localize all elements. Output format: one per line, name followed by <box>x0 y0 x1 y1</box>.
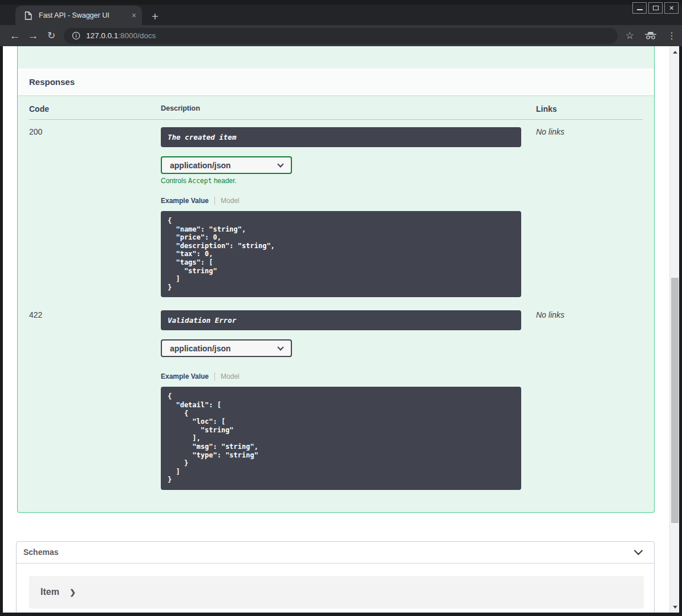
response-description-cell: The created item application/json Contro… <box>161 127 536 297</box>
tab-close-icon[interactable]: × <box>132 11 136 20</box>
scroll-down-icon <box>673 606 677 609</box>
chevron-down-icon[interactable] <box>634 546 643 556</box>
close-button[interactable]: ✕ <box>664 2 679 14</box>
opblock-spacer <box>18 501 654 512</box>
url-text: 127.0.0.1:8000/docs <box>86 31 156 40</box>
accept-note-prefix: Controls <box>161 177 188 185</box>
scroll-up-button[interactable] <box>670 47 679 56</box>
minimize-button[interactable] <box>632 2 647 14</box>
example-json-block-200: { "name": "string", "price": 0, "descrip… <box>161 211 521 297</box>
schemas-header[interactable]: Schemas <box>17 542 654 564</box>
example-model-tabs: Example Value Model <box>161 372 536 380</box>
incognito-icon <box>644 31 657 40</box>
row-gap <box>29 297 643 303</box>
new-tab-button[interactable]: + <box>148 10 162 23</box>
links-value: No links <box>536 127 643 297</box>
maximize-icon <box>653 6 659 10</box>
url-path: :8000/docs <box>118 31 156 40</box>
accept-header-note: Controls Accept header. <box>161 177 536 185</box>
tab-divider <box>214 197 215 205</box>
address-bar[interactable]: 127.0.0.1:8000/docs <box>64 28 618 44</box>
browser-titlebar: Fast API - Swagger UI × + ✕ <box>0 0 682 25</box>
opblock-post: Responses Code Description Links 200 The… <box>17 46 655 513</box>
scroll-up-icon <box>673 51 677 54</box>
response-description-box: Validation Error <box>161 310 521 330</box>
toolbar-right-icons: ☆ ⋮ <box>626 30 676 42</box>
media-type-value: application/json <box>170 344 231 353</box>
media-type-select-200[interactable]: application/json <box>161 156 292 174</box>
schemas-title: Schemas <box>23 548 58 557</box>
bookmark-star-icon[interactable]: ☆ <box>626 30 634 42</box>
column-header-code: Code <box>29 104 161 114</box>
responses-section-header: Responses <box>18 68 654 95</box>
schema-name: Item <box>40 587 59 597</box>
response-description-text: The created item <box>168 133 236 141</box>
response-description-cell: Validation Error application/json Exampl… <box>161 310 536 490</box>
tab-model[interactable]: Model <box>221 372 239 380</box>
accept-note-code: Accept <box>188 177 212 185</box>
browser-toolbar: ← → ↻ 127.0.0.1:8000/docs ☆ ⋮ <box>0 25 682 46</box>
chevron-down-icon <box>277 161 283 167</box>
example-model-tabs: Example Value Model <box>161 197 536 205</box>
page-viewport: Responses Code Description Links 200 The… <box>3 46 679 613</box>
schemas-body: Item ❯ ValidationError ❯ <box>17 564 654 613</box>
example-json-200: { "name": "string", "price": 0, "descrip… <box>168 217 514 291</box>
response-code: 422 <box>29 310 161 490</box>
column-header-description: Description <box>161 104 536 114</box>
chevron-down-icon <box>277 344 283 350</box>
tab-model[interactable]: Model <box>221 197 239 205</box>
tab-divider <box>214 372 215 380</box>
response-row-200: 200 The created item application/json Co… <box>29 120 643 297</box>
maximize-button[interactable] <box>648 2 663 14</box>
scrollbar-thumb[interactable] <box>671 278 679 523</box>
media-type-value: application/json <box>170 161 231 170</box>
page-icon <box>25 11 32 20</box>
schemas-section: Schemas Item ❯ ValidationError ❯ <box>16 541 655 613</box>
minimize-icon <box>637 9 643 10</box>
responses-table-header: Code Description Links <box>29 104 643 120</box>
vertical-scrollbar[interactable] <box>669 46 679 613</box>
tab-example-value[interactable]: Example Value <box>161 372 209 380</box>
response-description-box: The created item <box>161 127 521 147</box>
example-json-422: { "detail": [ { "loc": [ "string" ], "ms… <box>168 392 514 484</box>
response-description-text: Validation Error <box>168 316 236 325</box>
window-controls: ✕ <box>632 2 679 14</box>
schema-model-item[interactable]: Item ❯ <box>29 576 644 609</box>
accept-note-suffix: header. <box>212 177 237 185</box>
response-row-422: 422 Validation Error application/json Ex… <box>29 303 643 490</box>
example-json-block-422: { "detail": [ { "loc": [ "string" ], "ms… <box>161 387 521 490</box>
window-frame-edge <box>0 0 682 5</box>
browser-menu-icon[interactable]: ⋮ <box>667 30 672 41</box>
tab-example-value[interactable]: Example Value <box>161 197 209 205</box>
url-host: 127.0.0.1 <box>86 31 118 40</box>
responses-table: Code Description Links 200 The created i… <box>18 95 654 501</box>
column-header-links: Links <box>536 104 643 114</box>
swagger-page: Responses Code Description Links 200 The… <box>3 46 669 613</box>
chevron-right-icon[interactable]: ❯ <box>70 588 76 597</box>
media-type-select-422[interactable]: application/json <box>161 339 292 357</box>
scroll-down-button[interactable] <box>670 602 679 611</box>
tab-title: Fast API - Swagger UI <box>39 11 127 19</box>
site-info-icon[interactable] <box>72 31 80 40</box>
links-value: No links <box>536 310 643 490</box>
browser-tab[interactable]: Fast API - Swagger UI × <box>15 6 142 25</box>
responses-title: Responses <box>29 77 75 87</box>
back-icon[interactable]: ← <box>6 30 24 42</box>
forward-icon[interactable]: → <box>24 30 42 42</box>
opblock-spacer <box>18 46 654 68</box>
reload-icon[interactable]: ↻ <box>42 30 60 42</box>
response-code: 200 <box>29 127 161 297</box>
